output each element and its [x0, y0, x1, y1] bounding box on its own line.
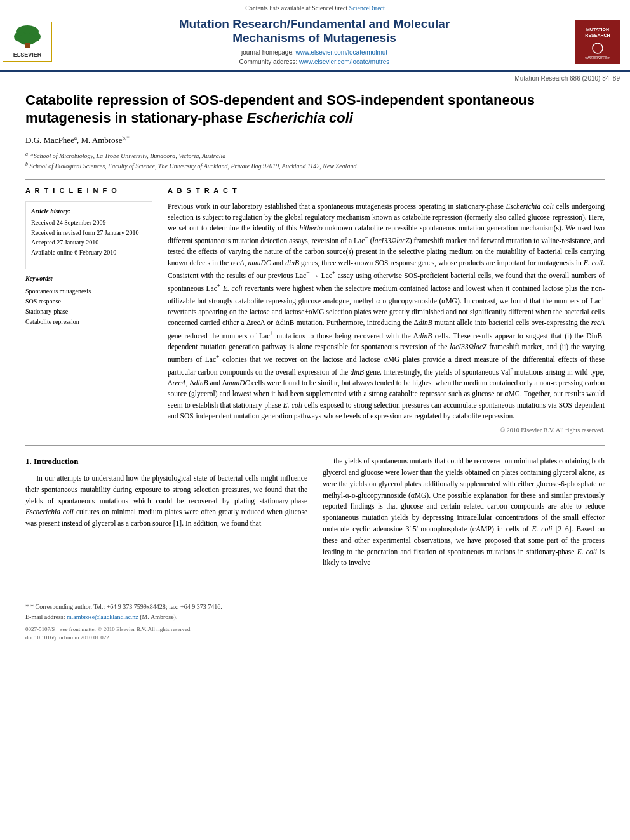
article-info-abstract-layout: A R T I C L E I N F O Article history: R… — [25, 186, 605, 435]
email-name: (M. Ambrose). — [140, 613, 177, 620]
affiliations: a ᵃ School of Microbiology, La Trobe Uni… — [25, 150, 605, 171]
keyword-4: Catabolite repression — [25, 317, 152, 327]
abstract-text: Previous work in our laboratory establis… — [168, 201, 605, 436]
copyright-line: © 2010 Elsevier B.V. All rights reserved… — [168, 425, 605, 435]
footer-note: * * Corresponding author. Tel.: +64 9 37… — [25, 601, 605, 622]
mutation-research-logo: MUTATIONRESEARCH www.elsevier.com — [575, 20, 620, 64]
body-col-left: 1. Introduction In our attempts to under… — [25, 456, 307, 574]
corresponding-note: * Corresponding author. Tel.: +64 9 373 … — [30, 603, 222, 610]
main-content: Catabolite repression of SOS-dependent a… — [0, 85, 630, 587]
email-label: E-mail address: — [25, 613, 65, 620]
footer-issn: 0027-5107/$ – see front matter © 2010 El… — [25, 625, 605, 642]
history-label: Article history: — [31, 207, 147, 217]
elsevier-tree-icon — [6, 24, 48, 50]
intro-paragraph-1: In our attempts to understand how the ph… — [25, 473, 307, 530]
affiliation-a: a ᵃ School of Microbiology, La Trobe Uni… — [25, 150, 605, 161]
homepage-link[interactable]: www.elsevier.com/locate/molmut — [296, 49, 388, 56]
received-date: Received 24 September 2009 — [31, 219, 105, 226]
available-date: Available online 6 February 2010 — [31, 249, 116, 256]
section-divider-1 — [25, 179, 605, 180]
keyword-2: SOS response — [25, 297, 152, 307]
page-wrapper: Contents lists available at ScienceDirec… — [0, 0, 630, 840]
body-col-right: the yields of spontaneous mutants that c… — [323, 456, 605, 574]
affiliation-b: b School of Biological Sciences, Faculty… — [25, 161, 605, 171]
intro-heading: 1. Introduction — [25, 456, 307, 468]
article-info-col: A R T I C L E I N F O Article history: R… — [25, 186, 152, 435]
article-history: Article history: Received 24 September 2… — [31, 207, 147, 258]
keywords-label: Keywords: — [25, 274, 152, 284]
email-link[interactable]: m.ambrose@auckland.ac.nz — [67, 613, 138, 620]
intro-paragraph-2: the yields of spontaneous mutants that c… — [323, 456, 605, 569]
accepted-date: Accepted 27 January 2010 — [31, 239, 98, 246]
article-title: Catabolite repression of SOS-dependent a… — [25, 91, 605, 128]
journal-links: journal homepage: www.elsevier.com/locat… — [60, 48, 569, 67]
article-meta-bar: Mutation Research 686 (2010) 84–89 — [0, 72, 630, 85]
community-link[interactable]: www.elsevier.com/locate/mutres — [299, 58, 389, 65]
journal-meta-top: Contents lists available at ScienceDirec… — [0, 0, 630, 15]
section-divider-2 — [25, 445, 605, 446]
svg-rect-5 — [25, 43, 30, 48]
keyword-1: Spontaneous mutagenesis — [25, 286, 152, 297]
elsevier-text: ELSEVIER — [5, 51, 50, 59]
footnote-star: * — [25, 603, 29, 610]
abstract-paragraph: Previous work in our laboratory establis… — [168, 201, 605, 422]
page-footer: * * Corresponding author. Tel.: +64 9 37… — [25, 597, 605, 642]
mutation-logo-icon: www.elsevier.com — [582, 41, 613, 60]
journal-banner: ELSEVIER Mutation Research/Fundamental a… — [0, 15, 630, 71]
contents-label: Contents lists available at ScienceDirec… — [245, 4, 347, 11]
intro-text-left: In our attempts to understand how the ph… — [25, 473, 307, 530]
authors: D.G. MacPheea, M. Ambroseb,* — [25, 134, 605, 147]
keywords-section: Keywords: Spontaneous mutagenesis SOS re… — [25, 274, 152, 327]
abstract-col: A B S T R A C T Previous work in our lab… — [168, 186, 605, 435]
keyword-3: Stationary-phase — [25, 307, 152, 317]
received-revised-date: Received in revised form 27 January 2010 — [31, 229, 138, 236]
article-info-header: A R T I C L E I N F O — [25, 186, 152, 196]
mutation-logo-text: MUTATIONRESEARCH — [582, 24, 612, 41]
sciencedirect-link[interactable]: ScienceDirect — [349, 4, 385, 11]
journal-title-center: Mutation Research/Fundamental and Molecu… — [53, 17, 575, 67]
abstract-header: A B S T R A C T — [168, 186, 605, 196]
issn-text: 0027-5107/$ – see front matter © 2010 El… — [25, 626, 192, 632]
doi-text: doi:10.1016/j.mrfmmm.2010.01.022 — [25, 634, 109, 641]
elsevier-logo: ELSEVIER — [3, 22, 53, 62]
journal-header: Contents lists available at ScienceDirec… — [0, 0, 630, 72]
intro-text-right: the yields of spontaneous mutants that c… — [323, 456, 605, 569]
svg-text:www.elsevier.com: www.elsevier.com — [585, 56, 610, 60]
article-history-box: Article history: Received 24 September 2… — [25, 201, 152, 270]
journal-title: Mutation Research/Fundamental and Molecu… — [60, 17, 569, 46]
article-citation: Mutation Research 686 (2010) 84–89 — [514, 75, 620, 82]
body-two-col: 1. Introduction In our attempts to under… — [25, 456, 605, 574]
